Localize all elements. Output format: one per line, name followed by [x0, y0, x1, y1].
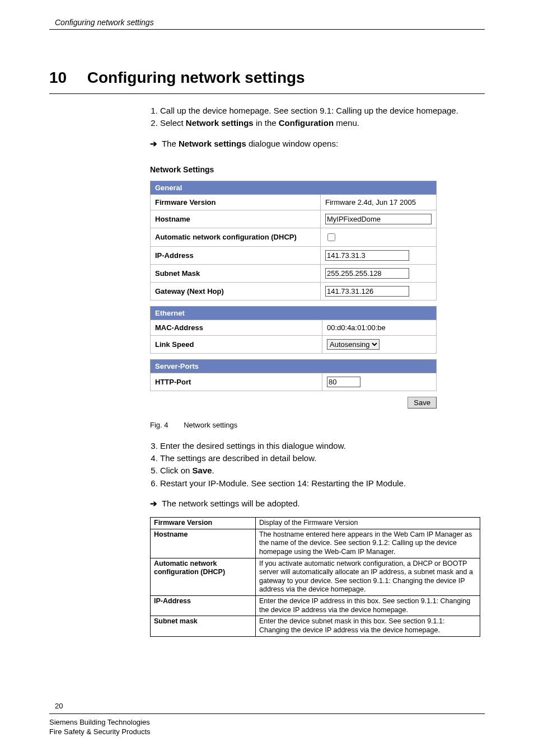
- running-header: Configuring network settings: [49, 18, 485, 30]
- result-2-text: The network settings will be adopted.: [162, 499, 300, 508]
- desc-hostname-val: The hostname entered here appears in the…: [256, 529, 480, 558]
- hostname-label: Hostname: [151, 210, 321, 228]
- save-button[interactable]: Save: [407, 397, 437, 408]
- server-ports-table: Server-Ports HTTP-Port: [150, 359, 437, 391]
- link-speed-select[interactable]: Autosensing: [327, 339, 380, 350]
- server-ports-heading: Server-Ports: [151, 359, 437, 373]
- arrow-icon: ➔: [150, 139, 157, 148]
- ethernet-heading: Ethernet: [151, 306, 437, 320]
- ip-address-input[interactable]: [325, 250, 409, 261]
- step-5-bold: Save: [193, 466, 212, 475]
- result-line-2: ➔ The network settings will be adopted.: [150, 498, 485, 509]
- desc-firmware-val: Display of the Firmware Version: [256, 518, 480, 529]
- link-speed-label: Link Speed: [151, 335, 322, 353]
- chapter-number: 10: [49, 69, 83, 87]
- desc-firmware-key: Firmware Version: [151, 518, 256, 529]
- gateway-input[interactable]: [325, 286, 409, 297]
- dhcp-label: Automatic network configuration (DHCP): [151, 228, 321, 246]
- footer-line-2: Fire Safety & Security Products: [49, 727, 485, 737]
- result-line-1: ➔ The Network settings dialogue window o…: [150, 138, 485, 149]
- ethernet-table: Ethernet MAC-Address 00:d0:4a:01:00:be L…: [150, 306, 437, 354]
- step-5: Click on Save.: [160, 465, 485, 476]
- ip-address-label: IP-Address: [151, 246, 321, 264]
- description-table: Firmware Version Display of the Firmware…: [150, 517, 480, 637]
- hostname-input[interactable]: [325, 214, 432, 224]
- step-2-text-a: Select: [160, 118, 186, 128]
- chapter-title-text: Configuring network settings: [87, 69, 305, 86]
- arrow-icon: ➔: [150, 499, 157, 508]
- step-2: Select Network settings in the Configura…: [160, 118, 485, 129]
- step-2-bold-1: Network settings: [186, 118, 254, 128]
- footer-rule: [49, 713, 485, 714]
- result-1-bold: Network settings: [179, 139, 246, 148]
- step-5-text-a: Click on: [160, 466, 193, 475]
- panel-title: Network Settings: [150, 165, 485, 174]
- step-2-bold-2: Configuration: [279, 118, 334, 128]
- firmware-version-label: Firmware Version: [151, 194, 321, 210]
- footer-line-1: Siemens Building Technologies: [49, 717, 485, 727]
- http-port-input[interactable]: [327, 377, 360, 387]
- mac-address-label: MAC-Address: [151, 320, 322, 335]
- step-2-text-c: menu.: [334, 118, 359, 128]
- general-table: General Firmware Version Firmware 2.4d, …: [150, 181, 437, 300]
- result-1-text-a: The: [162, 139, 179, 148]
- desc-dhcp-key: Automatic network configuration (DHCP): [151, 558, 256, 596]
- chapter-rule: [49, 93, 485, 94]
- subnet-mask-input[interactable]: [325, 268, 409, 279]
- steps-list-2: Enter the desired settings in this dialo…: [150, 440, 485, 489]
- desc-subnet-key: Subnet mask: [151, 616, 256, 636]
- desc-ip-val: Enter the device IP address in this box.…: [256, 596, 480, 616]
- step-5-text-b: .: [212, 466, 214, 475]
- desc-subnet-val: Enter the device subnet mask in this box…: [256, 616, 480, 636]
- subnet-mask-label: Subnet Mask: [151, 264, 321, 282]
- figure-caption: Fig. 4 Network settings: [150, 421, 485, 429]
- figure-text: Network settings: [184, 421, 237, 429]
- gateway-label: Gateway (Next Hop): [151, 282, 321, 300]
- step-4: The settings are described in detail bel…: [160, 453, 485, 464]
- step-3: Enter the desired settings in this dialo…: [160, 440, 485, 452]
- step-1: Call up the device homepage. See section…: [160, 105, 485, 116]
- desc-dhcp-val: If you activate automatic network config…: [256, 558, 480, 596]
- firmware-version-value: Firmware 2.4d, Jun 17 2005: [321, 194, 437, 210]
- network-settings-panel: Network Settings General Firmware Versio…: [150, 165, 485, 429]
- desc-ip-key: IP-Address: [151, 596, 256, 616]
- page-number: 20: [55, 702, 485, 710]
- mac-address-value: 00:d0:4a:01:00:be: [322, 320, 437, 335]
- step-2-text-b: in the: [254, 118, 279, 128]
- steps-list-1: Call up the device homepage. See section…: [150, 105, 485, 129]
- chapter-title: 10 Configuring network settings: [49, 69, 485, 87]
- http-port-label: HTTP-Port: [151, 373, 322, 391]
- page-footer: 20 Siemens Building Technologies Fire Sa…: [49, 702, 485, 737]
- dhcp-checkbox[interactable]: [327, 233, 335, 241]
- general-heading: General: [151, 181, 437, 194]
- step-6: Restart your IP-Module. See section 14: …: [160, 478, 485, 489]
- desc-hostname-key: Hostname: [151, 529, 256, 558]
- figure-number: Fig. 4: [150, 421, 168, 429]
- result-1-text-b: dialogue window opens:: [246, 139, 338, 148]
